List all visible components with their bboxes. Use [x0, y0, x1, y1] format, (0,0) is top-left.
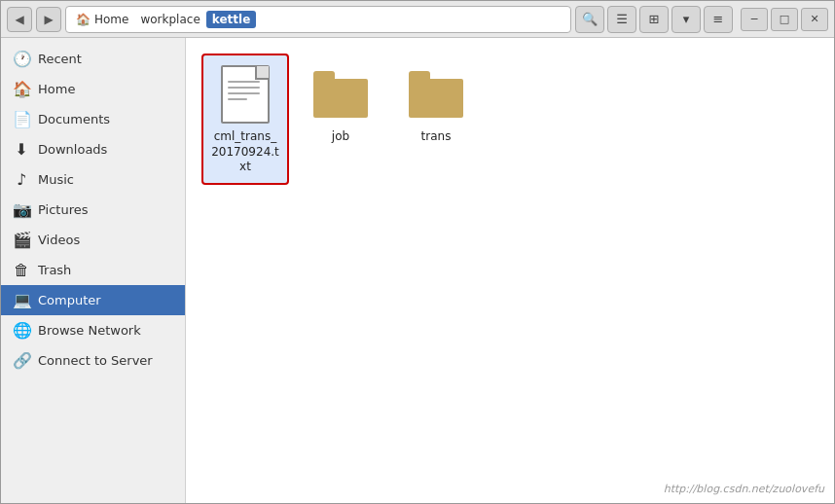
sidebar-label-trash: Trash — [38, 263, 71, 277]
txt-line-4 — [228, 98, 247, 100]
sidebar-item-documents[interactable]: 📄 Documents — [1, 104, 185, 134]
file-grid: cml_trans_20170924.txt job — [201, 54, 818, 185]
list-view-button[interactable]: ☰ — [607, 6, 636, 33]
statusbar-text: http://blog.csdn.net/zuolovefu — [664, 483, 824, 495]
sidebar-label-computer: Computer — [38, 293, 101, 307]
sidebar-item-recent[interactable]: 🕐 Recent — [1, 44, 185, 74]
file-item-job[interactable]: job — [297, 54, 384, 155]
breadcrumb-workplace[interactable]: workplace — [134, 11, 205, 28]
music-icon: ♪ — [13, 170, 30, 189]
search-icon: 🔍 — [582, 12, 598, 26]
grid-icon: ⊞ — [649, 12, 660, 26]
minimize-icon: − — [749, 13, 758, 25]
file-name-cml-trans: cml_trans_20170924.txt — [211, 129, 279, 175]
grid-view-button[interactable]: ⊞ — [639, 6, 669, 33]
downloads-icon: ⬇ — [13, 140, 30, 159]
main-area: 🕐 Recent 🏠 Home 📄 Documents ⬇ Downloads … — [1, 38, 834, 503]
sidebar-item-connect-server[interactable]: 🔗 Connect to Server — [1, 345, 185, 376]
folder-icon-trans — [409, 71, 463, 118]
file-name-trans: trans — [421, 129, 452, 145]
sidebar-item-computer[interactable]: 💻 Computer — [1, 285, 185, 315]
file-item-trans[interactable]: trans — [392, 54, 480, 155]
breadcrumb: 🏠 Home workplace kettle — [65, 6, 571, 33]
txt-line-3 — [228, 92, 260, 94]
minimize-button[interactable]: − — [741, 8, 768, 31]
window-controls: − □ ✕ — [741, 8, 828, 31]
sidebar-label-browse-network: Browse Network — [38, 323, 141, 338]
sidebar: 🕐 Recent 🏠 Home 📄 Documents ⬇ Downloads … — [1, 38, 186, 503]
sidebar-item-downloads[interactable]: ⬇ Downloads — [1, 134, 185, 164]
forward-button[interactable]: ▶ — [36, 7, 61, 32]
file-item-cml-trans[interactable]: cml_trans_20170924.txt — [201, 54, 289, 185]
trash-icon: 🗑 — [13, 261, 30, 279]
sidebar-label-music: Music — [38, 172, 74, 187]
search-button[interactable]: 🔍 — [575, 6, 604, 33]
browse-network-icon: 🌐 — [13, 321, 30, 340]
maximize-button[interactable]: □ — [771, 8, 798, 31]
breadcrumb-home[interactable]: 🏠 Home — [70, 11, 134, 28]
close-icon: ✕ — [810, 13, 818, 25]
videos-icon: 🎬 — [13, 231, 30, 249]
folder-body-trans — [409, 79, 463, 118]
connect-server-icon: 🔗 — [13, 351, 30, 370]
recent-icon: 🕐 — [13, 50, 30, 68]
statusbar-watermark: http://blog.csdn.net/zuolovefu — [664, 481, 824, 495]
pictures-icon: 📷 — [13, 200, 30, 219]
sidebar-item-home[interactable]: 🏠 Home — [1, 74, 185, 104]
forward-icon: ▶ — [44, 13, 53, 26]
sidebar-label-recent: Recent — [38, 52, 82, 66]
list-icon: ☰ — [616, 12, 628, 26]
folder-body-job — [313, 79, 368, 118]
sidebar-item-browse-network[interactable]: 🌐 Browse Network — [1, 315, 185, 345]
menu-button[interactable]: ≡ — [704, 6, 733, 33]
documents-icon: 📄 — [13, 110, 30, 128]
view-options-button[interactable]: ▾ — [672, 6, 701, 33]
back-icon: ◀ — [15, 13, 23, 26]
sidebar-item-pictures[interactable]: 📷 Pictures — [1, 195, 185, 225]
folder-icon-job — [313, 71, 368, 118]
maximize-icon: □ — [780, 13, 789, 25]
file-content-area: cml_trans_20170924.txt job — [186, 38, 834, 503]
sidebar-item-music[interactable]: ♪ Music — [1, 164, 185, 195]
titlebar: ◀ ▶ 🏠 Home workplace kettle 🔍 ☰ ⊞ ▾ — [1, 1, 834, 38]
sidebar-label-videos: Videos — [38, 233, 80, 247]
computer-icon: 💻 — [13, 291, 30, 309]
txt-file-icon — [221, 65, 270, 124]
breadcrumb-kettle[interactable]: kettle — [206, 11, 257, 28]
sidebar-item-trash[interactable]: 🗑 Trash — [1, 255, 185, 285]
sidebar-label-pictures: Pictures — [38, 202, 88, 217]
toolbar-right: 🔍 ☰ ⊞ ▾ ≡ — [575, 6, 733, 33]
txt-line-1 — [228, 81, 260, 83]
txt-line-2 — [228, 87, 260, 89]
file-icon-cml-trans — [214, 63, 276, 126]
chevron-down-icon: ▾ — [683, 12, 690, 26]
file-icon-trans — [405, 63, 467, 126]
back-button[interactable]: ◀ — [7, 7, 32, 32]
menu-icon: ≡ — [713, 12, 724, 26]
sidebar-label-downloads: Downloads — [38, 142, 107, 157]
sidebar-item-videos[interactable]: 🎬 Videos — [1, 225, 185, 255]
home-icon: 🏠 — [13, 80, 30, 98]
sidebar-label-connect-server: Connect to Server — [38, 353, 153, 368]
close-button[interactable]: ✕ — [801, 8, 828, 31]
home-icon: 🏠 — [76, 13, 91, 26]
sidebar-label-home: Home — [38, 82, 75, 96]
file-name-job: job — [332, 129, 349, 145]
txt-file-lines — [228, 81, 260, 104]
sidebar-label-documents: Documents — [38, 112, 110, 126]
file-icon-job — [309, 63, 372, 126]
